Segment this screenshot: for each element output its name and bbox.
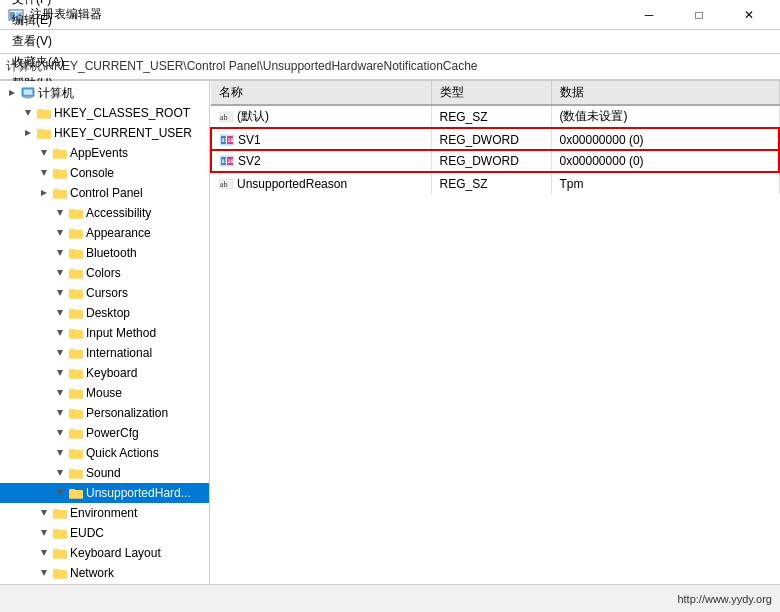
tree-item-bluetooth[interactable]: Bluetooth [0,243,209,263]
folder-icon [68,485,84,501]
reg-name-cell: ab (默认) [211,105,431,128]
menu-item[interactable]: 查看(V) [4,31,72,52]
expand-btn[interactable] [20,125,36,141]
expand-btn[interactable] [52,365,68,381]
svg-rect-40 [70,251,82,258]
folder-icon [36,125,52,141]
menu-item[interactable]: 编辑(E) [4,10,72,31]
table-row[interactable]: 01 10 SV2REG_DWORD0x00000000 (0) [211,150,779,172]
expand-btn[interactable] [52,225,68,241]
svg-text:10: 10 [228,158,234,164]
tree-item-label: HKEY_CLASSES_ROOT [54,106,190,120]
expand-btn[interactable] [36,525,52,541]
svg-rect-52 [70,311,82,318]
svg-marker-41 [57,270,63,276]
maximize-button[interactable]: □ [676,0,722,30]
menu-bar: 文件(F)编辑(E)查看(V)收藏夹(A)帮助(H) [0,30,780,54]
expand-btn[interactable] [52,465,68,481]
svg-marker-85 [57,490,63,496]
expand-btn[interactable] [52,325,68,341]
svg-marker-65 [57,390,63,396]
folder-icon [68,205,84,221]
tree-item-desktop[interactable]: Desktop [0,303,209,323]
svg-marker-9 [25,110,31,116]
tree-item-cursors[interactable]: Cursors [0,283,209,303]
tree-item-appevents[interactable]: AppEvents [0,143,209,163]
expand-btn[interactable] [36,565,52,581]
tree-item-quick_actions[interactable]: Quick Actions [0,443,209,463]
expand-btn[interactable] [52,345,68,361]
expand-btn[interactable] [36,165,52,181]
svg-marker-4 [9,90,15,96]
expand-btn[interactable] [20,105,36,121]
minimize-button[interactable]: ─ [626,0,672,30]
svg-marker-81 [57,470,63,476]
tree-item-label: Network [70,566,114,580]
expand-btn[interactable] [52,425,68,441]
tree-item-mouse[interactable]: Mouse [0,383,209,403]
expand-btn[interactable] [52,405,68,421]
table-row[interactable]: ab UnsupportedReasonREG_SZTpm [211,172,779,194]
expand-btn[interactable] [52,305,68,321]
table-row[interactable]: ab (默认)REG_SZ(数值未设置) [211,105,779,128]
tree-item-computer[interactable]: 计算机 [0,83,209,103]
expand-btn[interactable] [52,265,68,281]
tree-item-powercfg[interactable]: PowerCfg [0,423,209,443]
expand-btn[interactable] [52,205,68,221]
folder-icon [52,165,68,181]
tree-item-printers[interactable]: Printers [0,583,209,584]
folder-icon [68,365,84,381]
tree-item-colors[interactable]: Colors [0,263,209,283]
tree-item-keyboard_layout[interactable]: Keyboard Layout [0,543,209,563]
tree-item-accessibility[interactable]: Accessibility [0,203,209,223]
close-button[interactable]: ✕ [726,0,772,30]
address-path: 计算机\HKEY_CURRENT_USER\Control Panel\Unsu… [6,58,478,75]
svg-marker-77 [57,450,63,456]
tree-item-label: Input Method [86,326,156,340]
reg-name-cell: 01 10 SV2 [211,150,431,172]
tree-item-hkey_classes_root[interactable]: HKEY_CLASSES_ROOT [0,103,209,123]
menu-item[interactable]: 文件(F) [4,0,72,10]
tree-item-eudc[interactable]: EUDC [0,523,209,543]
tree-item-unsupported_hard[interactable]: UnsupportedHard... [0,483,209,503]
tree-item-sound[interactable]: Sound [0,463,209,483]
expand-btn[interactable] [52,445,68,461]
tree-item-console[interactable]: Console [0,163,209,183]
tree-item-environment[interactable]: Environment [0,503,209,523]
svg-rect-36 [70,231,82,238]
expand-btn[interactable] [52,285,68,301]
tree-item-label: Control Panel [70,186,143,200]
reg-data-cell: Tpm [551,172,779,194]
table-row[interactable]: 01 10 SV1REG_DWORD0x00000000 (0) [211,128,779,150]
svg-rect-32 [70,211,82,218]
svg-marker-13 [25,130,31,136]
tree-item-label: Keyboard Layout [70,546,161,560]
expand-btn[interactable] [52,485,68,501]
svg-marker-97 [41,550,47,556]
folder-icon [68,325,84,341]
tree-item-input_method[interactable]: Input Method [0,323,209,343]
tree-item-personalization[interactable]: Personalization [0,403,209,423]
svg-rect-20 [54,151,66,158]
tree-item-control_panel[interactable]: Control Panel [0,183,209,203]
svg-marker-73 [57,430,63,436]
tree-item-network[interactable]: Network [0,563,209,583]
folder-icon [52,505,68,521]
tree-panel[interactable]: 计算机 HKEY_CLASSES_ROOT HKEY_CURRENT_USER … [0,81,210,584]
tree-item-appearance[interactable]: Appearance [0,223,209,243]
expand-btn[interactable] [36,185,52,201]
folder-icon [36,105,52,121]
tree-item-keyboard[interactable]: Keyboard [0,363,209,383]
expand-btn[interactable] [36,145,52,161]
tree-item-international[interactable]: International [0,343,209,363]
expand-btn[interactable] [52,245,68,261]
expand-btn[interactable] [52,385,68,401]
svg-rect-6 [24,90,33,95]
expand-btn[interactable] [36,545,52,561]
reg-name-cell: 01 10 SV1 [211,128,431,150]
expand-btn[interactable] [36,505,52,521]
reg-type-cell: REG_SZ [431,105,551,128]
svg-marker-61 [57,370,63,376]
tree-item-hkey_current_user[interactable]: HKEY_CURRENT_USER [0,123,209,143]
expand-btn[interactable] [4,85,20,101]
